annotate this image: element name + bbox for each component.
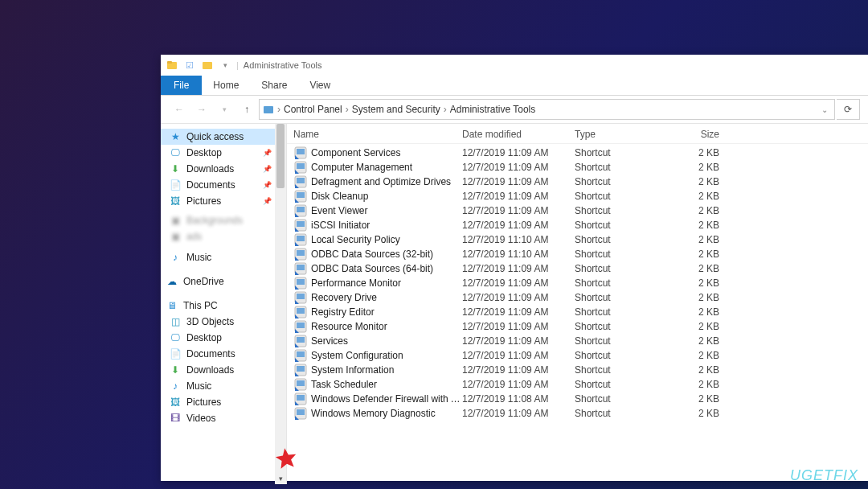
svg-rect-20 [297,221,305,227]
nav-recent-dropdown[interactable]: ▾ [214,99,235,120]
tab-home[interactable]: Home [202,76,250,95]
file-size: 2 KB [655,379,751,390]
file-date: 12/7/2019 11:09 AM [462,147,575,158]
sidebar-item-label: Downloads [186,364,234,376]
sidebar-item-documents[interactable]: 📄 Documents 📌 [161,177,286,193]
pictures-icon: 🖼 [169,396,182,409]
sidebar-item-downloads[interactable]: ⬇ Downloads [161,362,286,378]
tab-share[interactable]: Share [250,76,298,95]
sidebar-this-pc[interactable]: 🖥 This PC [161,298,286,314]
nav-back-button[interactable]: ← [169,99,190,120]
sidebar-item-3d[interactable]: ◫ 3D Objects [161,314,286,330]
file-row[interactable]: Windows Memory Diagnostic 12/7/2019 11:0… [287,406,868,421]
col-date[interactable]: Date modified [462,129,575,140]
file-date: 12/7/2019 11:09 AM [462,191,575,202]
file-row[interactable]: Local Security Policy 12/7/2019 11:10 AM… [287,232,868,247]
col-name[interactable]: Name [293,129,462,140]
file-row[interactable]: System Information 12/7/2019 11:09 AM Sh… [287,363,868,377]
svg-rect-17 [297,207,305,212]
file-row[interactable]: iSCSI Initiator 12/7/2019 11:09 AM Short… [287,218,868,232]
shortcut-icon [293,306,308,318]
sidebar-item-downloads[interactable]: ⬇ Downloads 📌 [161,161,286,177]
crumb-admin-tools[interactable]: Administrative Tools [450,104,536,115]
file-type: Shortcut [575,321,655,332]
tab-view[interactable]: View [298,76,342,95]
file-tab[interactable]: File [161,76,202,95]
svg-rect-14 [297,192,305,198]
shortcut-icon [293,161,308,174]
ribbon-tabs: File Home Share View [161,76,868,96]
file-row[interactable]: Windows Defender Firewall with Advanc...… [287,392,868,406]
shortcut-icon [293,392,308,405]
file-type: Shortcut [575,408,655,419]
file-name: Computer Management [311,162,462,173]
nav-forward-button[interactable]: → [191,99,212,120]
file-row[interactable]: Task Scheduler 12/7/2019 11:09 AM Shortc… [287,377,868,392]
file-type: Shortcut [575,292,655,303]
sidebar-item-desktop[interactable]: 🖵 Desktop 📌 [161,145,286,161]
svg-rect-23 [297,236,305,241]
file-list: Name Date modified Type Size Component S… [287,124,868,484]
file-row[interactable]: Event Viewer 12/7/2019 11:09 AM Shortcut… [287,203,868,218]
address-bar[interactable]: › Control Panel › System and Security › … [259,99,835,120]
file-date: 12/7/2019 11:09 AM [462,364,575,376]
file-date: 12/7/2019 11:09 AM [462,176,575,187]
file-row[interactable]: Resource Monitor 12/7/2019 11:09 AM Shor… [287,319,868,334]
sidebar-item-videos[interactable]: 🎞 Videos [161,410,286,426]
file-row[interactable]: Defragment and Optimize Drives 12/7/2019… [287,175,868,189]
sidebar-scrollbar[interactable]: ▴ ▾ [275,124,286,484]
col-size[interactable]: Size [655,129,751,140]
sidebar-item-desktop[interactable]: 🖵 Desktop [161,330,286,346]
sidebar-item-documents[interactable]: 📄 Documents [161,346,286,362]
file-row[interactable]: Recovery Drive 12/7/2019 11:09 AM Shortc… [287,290,868,305]
file-row[interactable]: Registry Editor 12/7/2019 11:09 AM Short… [287,305,868,319]
file-row[interactable]: Services 12/7/2019 11:09 AM Shortcut 2 K… [287,334,868,348]
crumb-system-security[interactable]: System and Security [352,104,440,115]
qat-properties-icon[interactable]: ☑ [183,59,196,72]
pc-icon: 🖥 [166,299,178,312]
qat-dropdown-icon[interactable]: ▾ [219,59,231,72]
sidebar-item-blurred: ▣ads [161,228,286,244]
col-type[interactable]: Type [575,129,655,140]
file-type: Shortcut [575,393,655,405]
svg-rect-26 [297,250,305,256]
qat-new-folder-icon[interactable] [201,59,214,72]
crumb-control-panel[interactable]: Control Panel [284,104,342,115]
file-name: Windows Defender Firewall with Advanc... [311,393,462,405]
sidebar-item-pictures[interactable]: 🖼 Pictures 📌 [161,193,286,209]
address-dropdown-icon[interactable]: ⌄ [818,105,831,114]
sidebar-item-music[interactable]: ♪ Music [161,378,286,394]
videos-icon: 🎞 [169,412,182,425]
sidebar-onedrive[interactable]: ☁ OneDrive [161,273,286,290]
shortcut-icon [293,378,308,391]
scrollbar-thumb[interactable] [276,124,285,188]
column-headers: Name Date modified Type Size [287,124,868,144]
file-row[interactable]: System Configuration 12/7/2019 11:09 AM … [287,348,868,363]
file-type: Shortcut [575,364,655,376]
shortcut-icon [293,335,308,347]
refresh-button[interactable]: ⟳ [837,99,860,120]
svg-rect-11 [297,178,305,183]
file-type: Shortcut [575,249,655,260]
file-row[interactable]: Component Services 12/7/2019 11:09 AM Sh… [287,146,868,160]
file-type: Shortcut [575,147,655,158]
pin-icon: 📌 [263,181,272,189]
scroll-down-icon[interactable]: ▾ [275,473,286,484]
shortcut-icon [293,407,308,420]
file-row[interactable]: Computer Management 12/7/2019 11:09 AM S… [287,160,868,175]
file-type: Shortcut [575,335,655,347]
file-date: 12/7/2019 11:09 AM [462,205,575,216]
documents-icon: 📄 [169,347,182,360]
file-row[interactable]: Disk Cleanup 12/7/2019 11:09 AM Shortcut… [287,189,868,203]
file-row[interactable]: Performance Monitor 12/7/2019 11:09 AM S… [287,276,868,290]
file-row[interactable]: ODBC Data Sources (64-bit) 12/7/2019 11:… [287,261,868,276]
sidebar-quick-access[interactable]: ★ Quick access [161,129,275,145]
file-name: ODBC Data Sources (32-bit) [311,249,462,260]
sidebar-item-label: Downloads [186,163,234,175]
file-date: 12/7/2019 11:08 AM [462,393,575,405]
file-row[interactable]: ODBC Data Sources (32-bit) 12/7/2019 11:… [287,247,868,261]
nav-up-button[interactable]: ↑ [236,99,257,120]
sidebar-item-pictures[interactable]: 🖼 Pictures [161,394,286,410]
sidebar-item-music[interactable]: ♪ Music [161,249,286,265]
file-type: Shortcut [575,263,655,274]
